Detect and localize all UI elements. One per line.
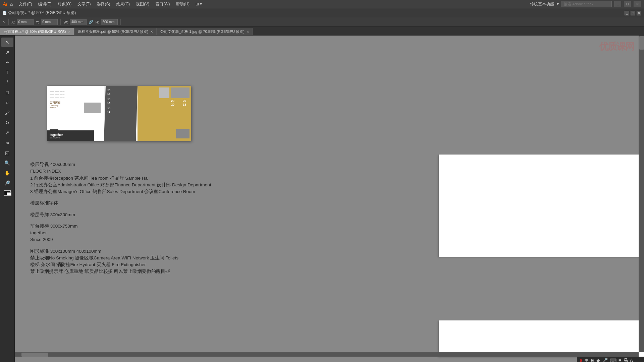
year-2016: 2016 bbox=[107, 88, 110, 96]
top-photo-left bbox=[159, 87, 169, 98]
menu-view[interactable]: 视图(V) bbox=[133, 1, 152, 8]
tab-doc1-close[interactable]: ✕ bbox=[68, 30, 70, 34]
taskbar-print-icon[interactable]: 🖶 bbox=[623, 358, 628, 362]
tab-doc3-label: 公司文化墙_面板 1.jpg @ 70.59% (RGB/GPU 预览) bbox=[160, 29, 245, 34]
block4-title: 前台接待 3000x750mm bbox=[30, 223, 211, 230]
menu-object[interactable]: 对象(O) bbox=[55, 1, 74, 8]
taskbar-menu-icon[interactable]: ≡ bbox=[619, 358, 621, 362]
block1-title: 楼层导视 400x600mm bbox=[30, 161, 211, 168]
vertical-scrollbar[interactable] bbox=[639, 36, 644, 352]
taskbar-diamond-icon[interactable]: ◆ bbox=[596, 358, 600, 362]
doc-close-button[interactable]: ✕ bbox=[637, 11, 641, 15]
rotate-tool[interactable]: ↻ bbox=[1, 118, 13, 127]
pen-tool[interactable]: ✒ bbox=[1, 58, 13, 67]
together-section: together Since 2008 bbox=[47, 130, 94, 141]
menu-effect[interactable]: 效果(C) bbox=[113, 1, 132, 8]
lock-icon[interactable]: 🔗 bbox=[89, 20, 93, 24]
top-photo-right bbox=[171, 87, 190, 98]
y-input[interactable] bbox=[41, 19, 58, 25]
tab-doc2[interactable]: 课程片头模板.pdf @ 50% (RGB/GPU 预览) ✕ bbox=[74, 28, 157, 35]
home-icon[interactable]: ⌂ bbox=[10, 1, 13, 7]
canvas-area: ↖ ↗ ✒ T / □ ○ 🖌 ↻ ⤢ ∞ ◱ 🔍 ✋ 🔎 — — — — — … bbox=[0, 36, 644, 362]
block4-line2: Since 2009 bbox=[30, 236, 211, 243]
x-input[interactable] bbox=[17, 19, 34, 25]
design-right-section: 2020 2018 2019 bbox=[138, 86, 191, 141]
workspace-dropdown-icon[interactable]: ▾ bbox=[557, 2, 559, 6]
tab-bar: 公司导视.ai* @ 50% (RGB/GPU 预览) ✕ 课程片头模板.pdf… bbox=[0, 27, 644, 36]
text-content-area: 楼层导视 400x600mm FLOOR INDEX 1 前台接待Recepti… bbox=[30, 161, 211, 275]
v-scrollbar-thumb[interactable] bbox=[639, 36, 644, 50]
tab-doc3-close[interactable]: ✕ bbox=[247, 30, 249, 34]
y-label: Y: bbox=[36, 20, 39, 24]
menu-help[interactable]: 帮助(H) bbox=[173, 1, 192, 8]
tab-doc2-close[interactable]: ✕ bbox=[150, 30, 153, 34]
taskbar-s-icon[interactable]: S bbox=[580, 358, 583, 362]
taskbar-font-icon[interactable]: A bbox=[630, 358, 633, 362]
hand-tool[interactable]: ✋ bbox=[1, 168, 13, 178]
maximize-button[interactable]: □ bbox=[624, 1, 631, 7]
blend-tool[interactable]: ∞ bbox=[1, 138, 13, 147]
scale-tool[interactable]: ⤢ bbox=[1, 128, 13, 137]
right-content-panel bbox=[439, 155, 644, 257]
tab-doc2-label: 课程片头模板.pdf @ 50% (RGB/GPU 预览) bbox=[78, 29, 148, 34]
artboard: — — — — — — — — — — — — — — — — — — 公司历程… bbox=[47, 86, 191, 141]
ai-file-icon: 📄 bbox=[3, 11, 7, 15]
year-2015: 2015 bbox=[107, 98, 110, 105]
selection-label: ↖ bbox=[3, 20, 6, 24]
bottom-photo bbox=[176, 129, 190, 138]
ellipse-tool[interactable]: ○ bbox=[1, 98, 13, 107]
taskbar-plus-icon[interactable]: ⊕ bbox=[590, 358, 594, 362]
block5-line3: 禁止吸烟提示牌 仓库重地 纸质品比较多 所以禁止吸烟要做的醒目些 bbox=[30, 268, 211, 275]
minimize-button[interactable]: _ bbox=[614, 1, 621, 7]
block5-line2: 楼梯 茶水间 消防栓Fire Hydrant 灭火器 Fire Extingui… bbox=[30, 261, 211, 268]
close-button[interactable]: ✕ bbox=[634, 1, 641, 7]
menu-text[interactable]: 文字(T) bbox=[75, 1, 93, 8]
menu-window[interactable]: 窗口(W) bbox=[153, 1, 172, 8]
h-input[interactable] bbox=[101, 19, 118, 25]
menu-edit[interactable]: 编辑(E) bbox=[36, 1, 54, 8]
selection-tool[interactable]: ↖ bbox=[1, 38, 13, 47]
w-input[interactable] bbox=[70, 19, 87, 25]
menu-right: 传统基本功能 ▾ _ □ ✕ bbox=[530, 1, 641, 7]
gradient-tool[interactable]: ◱ bbox=[1, 148, 13, 158]
together-text: together bbox=[50, 133, 94, 137]
type-tool[interactable]: T bbox=[1, 68, 13, 77]
design-preview: — — — — — — — — — — — — — — — — — — 公司历程… bbox=[47, 86, 191, 141]
horizontal-scrollbar[interactable] bbox=[15, 352, 639, 357]
workspace-label[interactable]: 传统基本功能 bbox=[530, 1, 554, 7]
tab-doc1[interactable]: 公司导视.ai* @ 50% (RGB/GPU 预览) ✕ bbox=[0, 28, 74, 35]
doc-minimize-button[interactable]: _ bbox=[625, 11, 629, 15]
year-2018: 2018 bbox=[183, 99, 186, 107]
tab-doc3[interactable]: 公司文化墙_面板 1.jpg @ 70.59% (RGB/GPU 预览) ✕ bbox=[157, 28, 253, 35]
block2-title: 楼层标准字体 bbox=[30, 200, 211, 206]
direct-selection-tool[interactable]: ↗ bbox=[1, 48, 13, 57]
block1-line3: 3 经理办公室Manager's Office 销售部Sales Departm… bbox=[30, 188, 211, 195]
taskbar-mic-icon[interactable]: 🎤 bbox=[602, 358, 608, 362]
brush-tool[interactable]: 🖌 bbox=[1, 108, 13, 117]
x-label: X: bbox=[11, 20, 15, 24]
bottom-right-panel bbox=[439, 320, 644, 357]
adobe-stock-search[interactable] bbox=[561, 1, 612, 7]
block5-title: 图形标准 300x100mm 400x100mm bbox=[30, 248, 211, 255]
fill-color[interactable] bbox=[4, 190, 11, 196]
block1-subtitle: FLOOR INDEX bbox=[30, 168, 211, 175]
line-tool[interactable]: / bbox=[1, 78, 13, 87]
menu-grid[interactable]: ⊞ ▾ bbox=[193, 1, 205, 7]
year-2020: 2020 bbox=[171, 99, 174, 107]
block1-line1: 1 前台接待Reception 茶水间 Tea room 样品厅 Sample … bbox=[30, 175, 211, 182]
left-toolbar: ↖ ↗ ✒ T / □ ○ 🖌 ↻ ⤢ ∞ ◱ 🔍 ✋ 🔎 bbox=[0, 36, 15, 362]
eyedropper-tool[interactable]: 🔍 bbox=[1, 158, 13, 168]
block3-title: 楼层号牌 300x300mm bbox=[30, 212, 211, 218]
title-bar: 📄 公司导视.ai* @ 50% (RGB/GPU 预览) _ □ ✕ bbox=[0, 8, 644, 17]
small-photo bbox=[84, 103, 101, 113]
doc-maximize-button[interactable]: □ bbox=[631, 11, 635, 15]
block1-line2: 2 行政办公室Administration Office 财务部Finance … bbox=[30, 182, 211, 188]
year-2017: 2017 bbox=[107, 107, 110, 114]
taskbar: S 中 ⊕ ◆ 🎤 ⌨ ≡ 🖶 A bbox=[577, 357, 644, 362]
menu-select[interactable]: 选择(S) bbox=[94, 1, 113, 8]
taskbar-keyboard-icon[interactable]: ⌨ bbox=[610, 358, 616, 362]
rect-tool[interactable]: □ bbox=[1, 88, 13, 97]
zoom-tool[interactable]: 🔎 bbox=[1, 178, 13, 188]
menu-file[interactable]: 文件(F) bbox=[16, 1, 35, 8]
h-scrollbar-thumb[interactable] bbox=[21, 353, 48, 357]
